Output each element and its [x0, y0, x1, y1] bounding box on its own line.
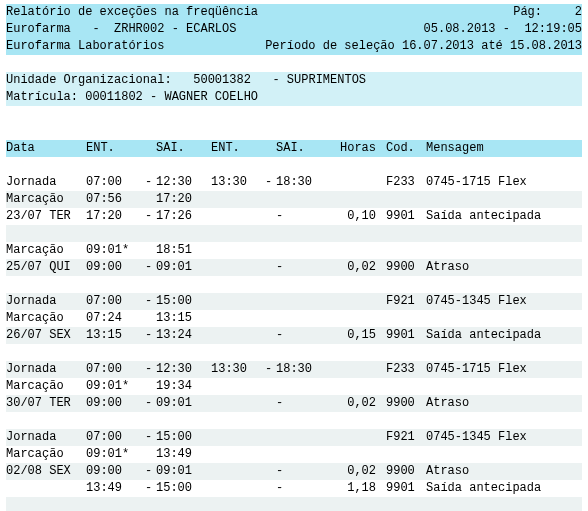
cell-sep2: [261, 225, 276, 242]
cell-ent1: 07:24: [86, 310, 141, 327]
cell-ent2: [211, 412, 261, 429]
cell-horas: [326, 191, 386, 208]
cell-horas: [326, 242, 386, 259]
cell-msg: Saída antecipada: [426, 480, 582, 497]
cell-ent2: [211, 225, 261, 242]
cell-msg: [426, 242, 582, 259]
cell-sai2: [276, 344, 326, 361]
cell-horas: 0,02: [326, 395, 386, 412]
cell-msg: [426, 191, 582, 208]
table-row: [6, 344, 582, 361]
cell-ent2: [211, 463, 261, 480]
cell-cod: 9900: [386, 259, 426, 276]
cell-sep1: -: [141, 327, 156, 344]
cell-sep1: -: [141, 429, 156, 446]
cell-ent2: 13:30: [211, 174, 261, 191]
col-ent2: ENT.: [211, 140, 261, 157]
cell-msg: 0745-1715 Flex: [426, 174, 582, 191]
cell-ent2: [211, 344, 261, 361]
cell-label: Marcação: [6, 378, 86, 395]
cell-label: Marcação: [6, 310, 86, 327]
cell-label: Jornada: [6, 429, 86, 446]
table-row: Marcação07:5617:20: [6, 191, 582, 208]
cell-sai1: 13:15: [156, 310, 211, 327]
cell-cod: [386, 497, 426, 511]
cell-ent1: 07:00: [86, 429, 141, 446]
cell-msg: 0745-1345 Flex: [426, 293, 582, 310]
cell-cod: F921: [386, 429, 426, 446]
cell-cod: [386, 378, 426, 395]
cell-sep2: [261, 446, 276, 463]
blank-row: [6, 123, 582, 140]
table-row: Jornada07:00-12:3013:30-18:30F2330745-17…: [6, 174, 582, 191]
cell-sai1: 17:20: [156, 191, 211, 208]
employee-text: Matrícula: 00011802 - WAGNER COELHO: [6, 89, 258, 106]
cell-sai2: 18:30: [276, 174, 326, 191]
cell-label: 26/07 SEX: [6, 327, 86, 344]
cell-sai1: [156, 497, 211, 511]
cell-horas: [326, 310, 386, 327]
cell-ent2: [211, 395, 261, 412]
cell-sai2: [276, 446, 326, 463]
org-unit-row: Unidade Organizacional: 50001382 - SUPRI…: [6, 72, 582, 89]
cell-label: 30/07 TER: [6, 395, 86, 412]
table-row: Jornada07:00-15:00F9210745-1345 Flex: [6, 429, 582, 446]
cell-msg: [426, 225, 582, 242]
cell-ent2: [211, 242, 261, 259]
cell-label: [6, 480, 86, 497]
col-sai2: SAI.: [276, 140, 326, 157]
cell-sep1: -: [141, 174, 156, 191]
cell-sai1: 17:26: [156, 208, 211, 225]
col-sep1: [141, 140, 156, 157]
cell-sep1: [141, 225, 156, 242]
cell-ent2: [211, 191, 261, 208]
cell-cod: [386, 446, 426, 463]
cell-ent1: 09:00: [86, 395, 141, 412]
cell-ent2: [211, 208, 261, 225]
cell-ent1: [86, 276, 141, 293]
cell-ent1: 13:15: [86, 327, 141, 344]
cell-label: [6, 344, 86, 361]
cell-ent1: 09:01*: [86, 378, 141, 395]
cell-ent1: 07:00: [86, 293, 141, 310]
col-msg: Mensagem: [426, 140, 582, 157]
cell-cod: [386, 191, 426, 208]
cell-msg: [426, 344, 582, 361]
cell-sep2: -: [261, 174, 276, 191]
cell-horas: [326, 276, 386, 293]
cell-sai1: [156, 225, 211, 242]
cell-sai2: [276, 293, 326, 310]
cell-sai2: -: [276, 480, 326, 497]
cell-sep1: [141, 344, 156, 361]
cell-ent1: [86, 225, 141, 242]
cell-horas: 0,15: [326, 327, 386, 344]
cell-label: Jornada: [6, 361, 86, 378]
cell-label: 23/07 TER: [6, 208, 86, 225]
cell-cod: F233: [386, 174, 426, 191]
cell-ent2: [211, 310, 261, 327]
cell-sai1: [156, 276, 211, 293]
cell-ent2: [211, 480, 261, 497]
cell-sep2: [261, 327, 276, 344]
cell-sep2: [261, 344, 276, 361]
cell-msg: [426, 446, 582, 463]
company-lab: Eurofarma Laboratórios: [6, 38, 164, 55]
cell-sai2: -: [276, 395, 326, 412]
cell-msg: 0745-1715 Flex: [426, 361, 582, 378]
cell-label: Jornada: [6, 293, 86, 310]
cell-ent1: 13:49: [86, 480, 141, 497]
cell-ent1: [86, 344, 141, 361]
cell-ent1: 07:00: [86, 361, 141, 378]
col-sai1: SAI.: [156, 140, 211, 157]
cell-cod: F921: [386, 293, 426, 310]
cell-horas: [326, 497, 386, 511]
cell-cod: F233: [386, 361, 426, 378]
cell-horas: [326, 446, 386, 463]
table-row: [6, 276, 582, 293]
cell-cod: 9901: [386, 208, 426, 225]
cell-sep2: [261, 310, 276, 327]
table-row: Jornada07:00-15:00F9210745-1345 Flex: [6, 293, 582, 310]
run-datetime: 05.08.2013 - 12:19:05: [424, 21, 582, 38]
cell-sai1: 09:01: [156, 395, 211, 412]
cell-msg: 0745-1345 Flex: [426, 429, 582, 446]
